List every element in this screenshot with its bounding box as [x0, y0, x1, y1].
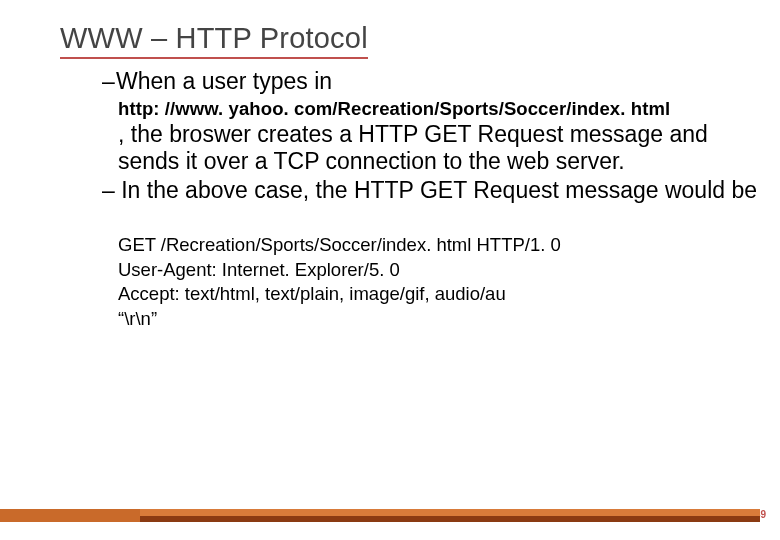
- code-line-2: User-Agent: Internet. Explorer/5. 0: [118, 258, 760, 283]
- code-line-4: “\r\n”: [118, 307, 760, 332]
- slide: WWW – HTTP Protocol – When a user types …: [0, 0, 780, 540]
- footer-stub: [0, 509, 140, 522]
- example-url: http: //www. yahoo. com/Recreation/Sport…: [118, 98, 760, 120]
- http-request-example: GET /Recreation/Sports/Soccer/index. htm…: [118, 233, 760, 333]
- bullet-dash: –: [102, 67, 116, 96]
- content-area: WWW – HTTP Protocol – When a user types …: [0, 0, 780, 332]
- bullet-1-continuation: , the broswer creates a HTTP GET Request…: [118, 121, 758, 176]
- footer-bar: [0, 506, 760, 522]
- code-line-3: Accept: text/html, text/plain, image/gif…: [118, 282, 760, 307]
- bullet-dash: –: [102, 177, 121, 203]
- code-line-1: GET /Recreation/Sports/Soccer/index. htm…: [118, 233, 760, 258]
- bullet-2: – In the above case, the HTTP GET Reques…: [102, 177, 760, 205]
- bullet-1: – When a user types in: [102, 67, 760, 96]
- slide-title: WWW – HTTP Protocol: [60, 22, 368, 59]
- bullet-1-text: When a user types in: [116, 68, 332, 94]
- bullet-2-text: In the above case, the HTTP GET Request …: [121, 177, 757, 203]
